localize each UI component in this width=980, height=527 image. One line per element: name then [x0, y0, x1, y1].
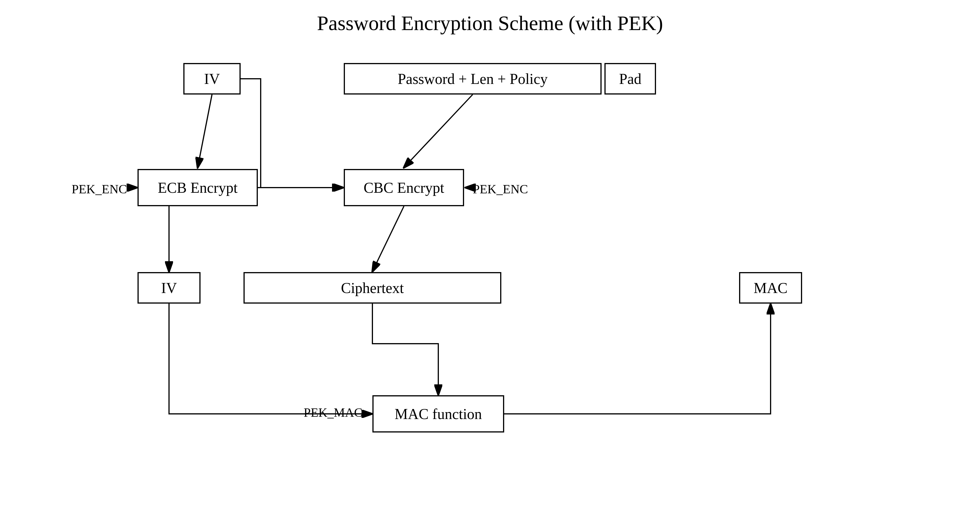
ecb-encrypt-box: ECB Encrypt	[137, 169, 258, 206]
pek-enc-right-label: PEK_ENC	[473, 182, 528, 197]
diagram-container: Password Encryption Scheme (with PEK) IV…	[0, 0, 980, 527]
pad-box: Pad	[605, 63, 656, 95]
svg-line-7	[372, 206, 404, 271]
ciphertext-box: Ciphertext	[243, 272, 501, 303]
svg-line-2	[404, 95, 473, 168]
mac-function-box: MAC function	[372, 395, 504, 432]
svg-line-1	[198, 95, 212, 168]
cbc-encrypt-box: CBC Encrypt	[344, 169, 464, 206]
pek-enc-left-label: PEK_ENC	[72, 182, 127, 197]
iv-top-box: IV	[183, 63, 241, 95]
pek-mac-label: PEK_MAC	[304, 405, 363, 420]
password-box: Password + Len + Policy	[344, 63, 601, 95]
page-title: Password Encryption Scheme (with PEK)	[0, 11, 980, 35]
iv-output-box: IV	[137, 272, 200, 303]
mac-box: MAC	[739, 272, 802, 303]
